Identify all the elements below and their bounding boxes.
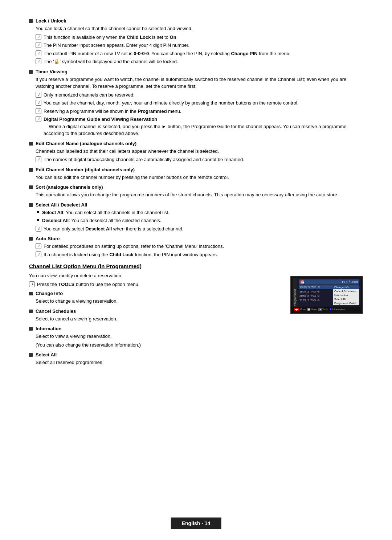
tv-col-type: TV1 — [310, 285, 317, 289]
bullet-icon — [29, 168, 33, 172]
note-text: The '🔒' symbol will be displayed and the… — [44, 58, 178, 65]
section-body-sub: (You can also change the reservation inf… — [36, 341, 283, 349]
note-icon: ℹ — [36, 92, 41, 98]
tv-menu-item-change-info: Change Info — [333, 285, 359, 289]
section-title: Timer Viewing — [36, 69, 68, 74]
bullet-icon — [29, 203, 33, 207]
tv-col-icon: ⊙ — [317, 285, 321, 289]
bullet-icon — [29, 70, 33, 74]
note-item: ℹ The default PIN number of a new TV set… — [36, 50, 363, 57]
tv-screenshot: Programmed 📅 1 / 1 / 2009 — [290, 276, 363, 314]
note-text: Only memorized channels can be reserved. — [44, 91, 135, 99]
tv-col-icon: ⊙ — [317, 298, 320, 302]
bullet-icon — [29, 142, 33, 146]
tv-content-area: 13:59 5 TV1 ⊙ 1850 2 TV3 — [299, 285, 359, 305]
section-body-text: You can also edit the channel number by … — [36, 174, 363, 181]
tv-col-time: 13:59 — [299, 285, 307, 289]
section-body-text: Select all reserved programmes. — [36, 359, 283, 366]
tv-col-ch: 2 — [307, 290, 310, 294]
note-text: You can only select Deselect All when th… — [44, 225, 183, 233]
note-text: You can set the channel, day, month, yea… — [44, 99, 298, 107]
note-icon: ℹ — [36, 42, 41, 48]
round-bullet-icon — [37, 211, 39, 213]
note-text: The PIN number input screen appears. Ent… — [44, 42, 189, 49]
note-text: Press the TOOLS button to use the option… — [37, 281, 139, 288]
note-icon: ℹ — [36, 58, 41, 64]
section-body-text: This operation allows you to change the … — [36, 191, 363, 199]
tv-row: 2135 2 TV3 ⊙ — [299, 298, 333, 302]
bullet-item: Deselect All: You can deselect all the s… — [36, 217, 363, 224]
section-change-info: Change Info Select to change a viewing r… — [29, 291, 283, 305]
note-item: ℹ For detailed procedures on setting up … — [36, 243, 363, 250]
tv-col-icon: ⊙ — [317, 290, 320, 294]
section-select-all: Select All / Deselect All Select All: Yo… — [29, 202, 363, 233]
section-title: Select All / Deselect All — [36, 202, 87, 208]
note-icon: ℹ — [36, 251, 41, 257]
note-item: ℹ You can only select Deselect All when … — [36, 225, 363, 233]
section-sort: Sort (analogue channels only) This opera… — [29, 184, 363, 199]
bullet-icon — [29, 292, 33, 295]
section-title: Edit Channel Number (digital channels on… — [36, 167, 135, 172]
page-content: Lock / Unlock You can lock a channel so … — [0, 0, 392, 402]
section-body-text: You can lock a channel so that the chann… — [36, 25, 363, 32]
channel-list-heading: Channel List Option Menu (in Programmed) — [29, 263, 363, 269]
section-auto-store: Auto Store ℹ For detailed procedures on … — [29, 236, 363, 258]
note-icon: ℹ — [36, 116, 41, 122]
note-text: For detailed procedures on setting up op… — [44, 243, 224, 250]
section-channel-list-option: Channel List Option Menu (in Programmed)… — [29, 263, 363, 370]
tv-row: 2050 2 TV3 ⊙ — [299, 294, 333, 298]
tv-menu-item-cancel: Cancel Schedules — [333, 289, 359, 293]
note-icon: ℹ — [36, 100, 41, 106]
tv-col-time: 2050 — [299, 294, 307, 298]
section-body-text: Select to change a viewing reservation. — [36, 298, 283, 305]
tv-btn-tools: ▲ — [318, 308, 322, 311]
section-title: Cancel Schedules — [36, 308, 76, 314]
bullet-icon — [29, 353, 33, 357]
section-information: Information Select to view a viewing res… — [29, 326, 283, 348]
section-timer-viewing: Timer Viewing If you reserve a programme… — [29, 69, 363, 137]
channel-list-intro: You can view, modify or delete a reserva… — [29, 272, 283, 279]
tv-btn-info: ℹ — [330, 308, 332, 311]
tv-col-time: 1850 — [299, 290, 307, 294]
tv-col-ch: 2 — [307, 298, 310, 302]
note-icon: ℹ — [36, 34, 41, 40]
section-body-text: Select to view a viewing reservation. — [36, 333, 283, 340]
tv-channel-list: 13:59 5 TV1 ⊙ 1850 2 TV3 — [299, 285, 333, 305]
note-text: The default PIN number of a new TV set i… — [44, 50, 290, 57]
note-text: If a channel is locked using the Child L… — [44, 251, 218, 258]
note-item: ℹ Press the TOOLS button to use the opti… — [29, 281, 283, 288]
tv-side-label: Programmed — [293, 278, 297, 307]
note-text: This function is available only when the… — [44, 34, 177, 41]
tv-menu-item-select-all: Select All — [333, 297, 359, 301]
page-footer: English - 14 — [171, 518, 221, 529]
section-body-text: Channels can labelled so that their call… — [36, 148, 363, 155]
note-item: ℹ If a channel is locked using the Child… — [36, 251, 363, 258]
tv-menu-item-programme-guide: Programme Guide — [333, 301, 359, 305]
note-item: ℹ Digital Programme Guide and Viewing Re… — [36, 116, 363, 137]
tv-context-menu: Change Info Cancel Schedules Information… — [333, 285, 359, 305]
channel-list-text-col: You can view, modify or delete a reserva… — [29, 272, 283, 370]
tv-btn-grey: ■ — [307, 308, 310, 311]
note-item: ℹ The '🔒' symbol will be displayed and t… — [36, 58, 363, 65]
bullet-icon — [29, 237, 33, 241]
tv-header-bar: 📅 1 / 1 / 2009 — [299, 279, 359, 285]
tv-btn-red: ◀▶ — [294, 308, 299, 311]
note-icon: ℹ — [36, 156, 41, 162]
tv-screen-inner: 📅 1 / 1 / 2009 13:59 5 TV1 — [297, 278, 361, 307]
tv-header-icon: 📅 — [300, 280, 304, 284]
tv-header-date: 1 / 1 / 2009 — [342, 280, 358, 284]
note-item: ℹ Only memorized channels can be reserve… — [36, 91, 363, 99]
note-item: ℹ The names of digital broadcasting chan… — [36, 156, 363, 163]
tv-col-icon: ⊙ — [317, 294, 320, 298]
section-edit-channel-name: Edit Channel Name (analogue channels onl… — [29, 141, 363, 163]
tv-bottom-bar: ◀▶ Move ■ Save ▲Tools ℹInformation — [293, 307, 361, 312]
section-body-text: Select to cancel a viewin`g reservation. — [36, 315, 283, 323]
note-item: ℹ You can set the channel, day, month, y… — [36, 99, 363, 107]
note-icon: ℹ — [29, 281, 35, 287]
section-title: Select All — [36, 352, 57, 357]
bullet-text: Deselect All: You can deselect all the s… — [42, 217, 161, 224]
tv-menu-item-information: Information — [333, 293, 359, 297]
round-bullet-icon — [37, 219, 39, 221]
note-text: Reserving a programme will be shown in t… — [44, 108, 181, 115]
footer-label: English - 14 — [182, 520, 211, 526]
